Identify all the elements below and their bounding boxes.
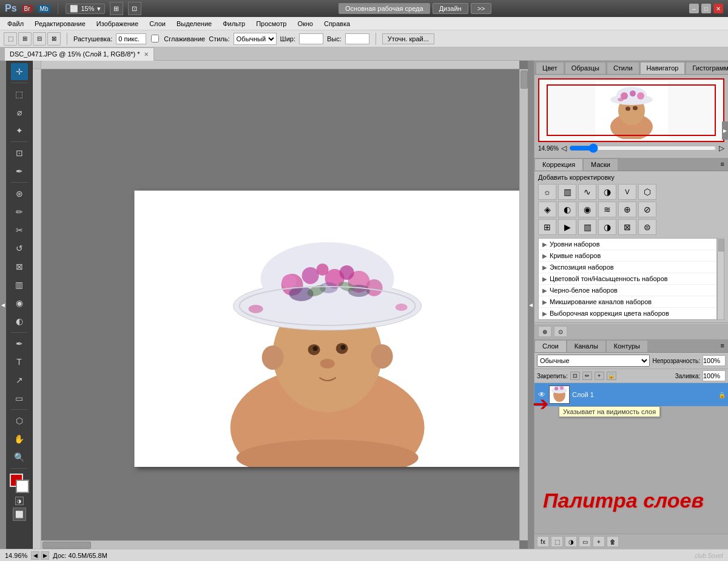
tool-gradient[interactable]: ▥ [11,276,28,293]
tool-crop[interactable]: ⊡ [11,144,28,162]
intersect-selection-btn[interactable]: ⊠ [47,32,61,46]
canvas-scrollbar-vertical[interactable] [519,69,528,540]
corr-icon-invert[interactable]: ⊘ [638,202,656,217]
fill-input[interactable] [703,370,726,381]
layer-link-btn[interactable]: fx [537,536,549,547]
tool-pen[interactable]: ✒ [11,335,28,352]
corr-footer-btn2[interactable]: ⊙ [554,326,567,337]
corr-item-huesat[interactable]: ▶ Цветовой тон/Насыщенность наборов [539,273,716,285]
right-panel-collapse-left[interactable]: ◀ [528,61,534,549]
tool-eraser[interactable]: ⊠ [11,258,28,275]
layer-mask-btn[interactable]: ⬚ [551,536,563,547]
layer-delete-btn[interactable]: 🗑 [607,536,619,547]
corr-item-curves[interactable]: ▶ Кривые наборов [539,250,716,262]
lock-pixels-btn[interactable]: ✏ [582,372,592,380]
tool-3d[interactable]: ⬡ [11,412,28,429]
corr-item-levels[interactable]: ▶ Уровни наборов [539,239,716,250]
color-tab[interactable]: Цвет [536,62,564,74]
view-options-btn[interactable]: ⊞ [110,2,123,15]
correction-tab[interactable]: Коррекция [534,158,583,171]
corr-icon-hue-sat[interactable]: ⬡ [638,184,656,200]
corr-item-bw[interactable]: ▶ Черно-белое наборов [539,285,716,296]
document-tab[interactable]: DSC_0471.JPG @ 15% (Слой 1, RGB/8*) * ✕ [5,47,154,61]
right-panel-collapse-right[interactable]: ▶ [722,121,728,140]
corr-icon-channel-mixer[interactable]: ≋ [598,202,616,217]
corr-icon-levels[interactable]: ▥ [558,184,576,200]
corr-icon-colorbalance[interactable]: ◈ [538,202,556,217]
workspace-design-btn[interactable]: Дизайн [433,3,468,14]
maximize-btn[interactable]: □ [701,4,711,13]
quick-mask-btn[interactable]: ◑ [15,497,24,505]
layers-panel-menu[interactable]: ≡ [717,340,728,352]
tool-move[interactable]: ✛ [11,63,28,80]
layer-new-btn[interactable]: + [593,536,605,547]
height-input[interactable] [345,33,369,44]
tool-type[interactable]: T [11,353,28,370]
screen-mode-toggle[interactable]: ⬜ [13,508,26,521]
opacity-input[interactable] [703,355,726,366]
tool-shape[interactable]: ▭ [11,390,28,407]
style-select[interactable]: Обычный [234,33,277,45]
add-selection-btn[interactable]: ⊞ [18,32,32,46]
correction-panel-menu[interactable]: ≡ [717,158,728,171]
menu-select[interactable]: Выделение [172,19,217,29]
styles-tab[interactable]: Стили [607,62,639,74]
lock-position-btn[interactable]: + [595,372,604,380]
antialias-checkbox[interactable] [151,35,159,42]
workspace-essentials-btn[interactable]: Основная рабочая среда [339,3,430,14]
menu-image[interactable]: Изображение [92,19,143,29]
status-next-btn[interactable]: ▶ [41,551,49,560]
layer-group-btn[interactable]: ▭ [579,536,591,547]
canvas-scroll-area[interactable] [41,69,528,544]
tool-marquee[interactable]: ⬚ [11,86,28,103]
minimize-btn[interactable]: – [689,4,699,13]
tool-lasso[interactable]: ⌀ [11,104,28,121]
tool-magic-wand[interactable]: ✦ [11,122,28,139]
menu-view[interactable]: Просмотр [251,19,291,29]
left-panel-collapse[interactable]: ◀ [0,61,6,549]
blend-mode-select[interactable]: Обычные [537,355,650,367]
menu-edit[interactable]: Редактирование [30,19,90,29]
tool-dodge[interactable]: ◐ [11,313,28,330]
background-color[interactable] [16,480,29,493]
menu-filter[interactable]: Фильтр [218,19,250,29]
corr-icon-exposure[interactable]: ◑ [598,184,616,200]
corr-icon-brightness[interactable]: ☼ [538,184,556,200]
layers-tab-channels[interactable]: Каналы [567,340,606,352]
correction-scrollbar[interactable] [717,238,724,320]
nav-zoom-out-icon[interactable]: ◁ [561,144,567,152]
corr-icon-gradient-map[interactable]: ▥ [578,219,596,235]
corr-icon-colorlookup[interactable]: ⊕ [618,202,636,217]
canvas-scroll-thumb-h[interactable] [42,542,91,549]
width-input[interactable] [299,33,323,44]
tool-blur[interactable]: ◉ [11,294,28,311]
nav-zoom-slider[interactable] [569,146,716,151]
tool-history[interactable]: ↺ [11,240,28,257]
new-selection-btn[interactable]: ⬚ [4,32,17,46]
corr-footer-btn1[interactable]: ⊕ [538,326,551,337]
tool-clone[interactable]: ✂ [11,222,28,239]
document-tab-close[interactable]: ✕ [144,51,149,58]
tool-spot-heal[interactable]: ⊛ [11,185,28,202]
tool-path-select[interactable]: ↗ [11,372,28,389]
corr-icon-extra2[interactable]: ⊜ [638,219,656,235]
menu-layers[interactable]: Слои [144,19,170,29]
tool-zoom[interactable]: 🔍 [11,449,28,466]
corr-icon-curves[interactable]: ∿ [578,184,596,200]
lock-all-btn[interactable]: 🔒 [607,372,616,380]
corr-item-channel-mixer[interactable]: ▶ Микширование каналов наборов [539,296,716,308]
arrangement-btn[interactable]: ⊡ [128,2,141,15]
layer-row-1[interactable]: 👁 Слой 1 🔒 [534,383,728,406]
tool-brush[interactable]: ✏ [11,203,28,220]
corr-icon-photo-filter[interactable]: ◉ [578,202,596,217]
corr-item-selective[interactable]: ▶ Выборочная коррекция цвета наборов [539,308,716,319]
corr-item-exposure[interactable]: ▶ Экспозиция наборов [539,262,716,273]
canvas-scroll-thumb-v[interactable] [521,70,528,89]
close-btn[interactable]: ✕ [713,4,723,13]
menu-help[interactable]: Справка [319,19,355,29]
screen-mode-ctrl[interactable]: ⬜ 15% ▾ [66,4,104,14]
refine-edge-btn[interactable]: Уточн. край... [382,33,434,44]
layer-1-eye[interactable]: 👁 [537,390,547,399]
corr-icon-posterize[interactable]: ⊞ [538,219,556,235]
tool-hand[interactable]: ✋ [11,430,28,447]
